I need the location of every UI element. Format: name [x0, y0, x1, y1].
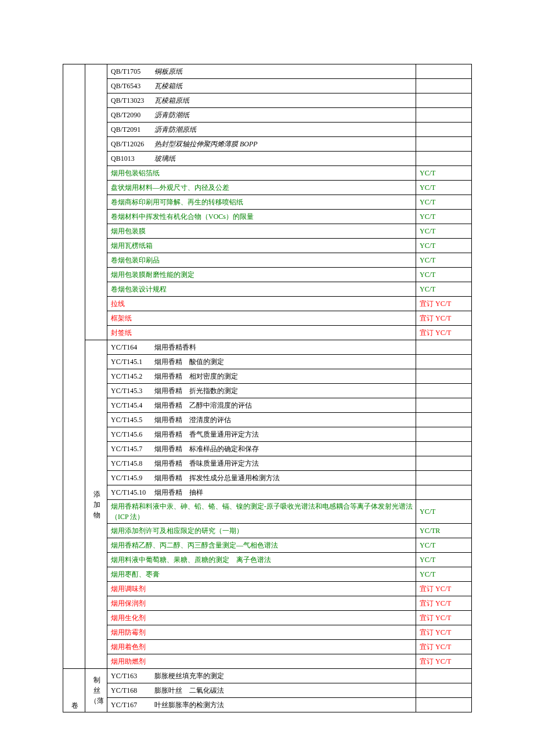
note-cell [416, 108, 472, 123]
desc-cell: QB/T2090 沥青防潮纸 [107, 108, 416, 123]
table-row: YC/T145.9 烟用香精 挥发性成分总量通用检测方法 [63, 471, 472, 485]
table-row: QB1013 玻璃纸 [63, 152, 472, 166]
desc-cell: YC/T145.5 烟用香精 澄清度的评估 [107, 413, 416, 427]
desc-cell: 烟用包装膜 [107, 224, 416, 239]
note-cell: 宜订 YC/T [416, 640, 472, 654]
note-cell [416, 369, 472, 384]
table-row: 烟用料液中葡萄糖、果糖、蔗糖的测定 离子色谱法YC/T [63, 553, 472, 567]
note-cell [416, 683, 472, 698]
table-row: 烟用包装膜耐磨性能的测定YC/T [63, 268, 472, 282]
note-cell [416, 471, 472, 485]
desc-cell: 烟用保润剂 [107, 596, 416, 611]
table-row: YC/T145.2 烟用香精 相对密度的测定 [63, 369, 472, 384]
desc-cell: 封签纸 [107, 326, 416, 340]
table-row: 烟用调味剂宜订 YC/T [63, 582, 472, 596]
note-cell: 宜订 YC/T [416, 611, 472, 625]
desc-cell: 烟用枣酊、枣膏 [107, 567, 416, 582]
desc-cell: YC/T145.3 烟用香精 折光指数的测定 [107, 384, 416, 398]
table-row: 封签纸宜订 YC/T [63, 326, 472, 340]
table-row: 烟用生化剂宜订 YC/T [63, 611, 472, 625]
desc-cell: QB/T12026 热封型双轴拉伸聚丙烯薄膜 BOPP [107, 137, 416, 152]
note-cell: YC/T [416, 500, 472, 524]
note-cell: 宜订 YC/T [416, 326, 472, 340]
note-cell [416, 427, 472, 442]
note-cell: 宜订 YC/T [416, 582, 472, 596]
table-row: 盘状烟用材料—外观尺寸、内径及公差YC/T [63, 181, 472, 195]
note-cell: YC/T [416, 553, 472, 567]
table-row: 卷烟材料中挥发性有机化合物（VOCs）的限量YC/T [63, 210, 472, 224]
note-cell: YC/T [416, 253, 472, 268]
col1-juan: 卷 [63, 669, 85, 712]
table-row: YC/T167 叶丝膨胀率的检测方法 [63, 698, 472, 712]
desc-cell: YC/T145.4 烟用香精 乙醇中溶混度的评估 [107, 398, 416, 413]
table-row: YC/T145.10 烟用香精 抽样 [63, 485, 472, 500]
desc-cell: QB/T13023 瓦棱箱原纸 [107, 93, 416, 108]
desc-cell: 烟用生化剂 [107, 611, 416, 625]
desc-cell: 卷烟材料中挥发性有机化合物（VOCs）的限量 [107, 210, 416, 224]
col2-additive: 添加物 [85, 340, 107, 669]
table-row: 框架纸宜订 YC/T [63, 311, 472, 326]
table-row: QB/T13023 瓦棱箱原纸 [63, 93, 472, 108]
note-cell: YC/T [416, 210, 472, 224]
note-cell: 宜订 YC/T [416, 596, 472, 611]
desc-cell: QB1013 玻璃纸 [107, 152, 416, 166]
col1-cell [63, 64, 85, 669]
col2-zhisi: 制丝（薄 [85, 669, 107, 712]
note-cell [416, 442, 472, 456]
desc-cell: YC/T164 烟用香精香料 [107, 340, 416, 355]
desc-cell: 卷烟商标印刷用可降解、再生的转移喷铝纸 [107, 195, 416, 210]
table-row: 烟用包装膜YC/T [63, 224, 472, 239]
page: QB/T1705 铜板原纸QB/T6543 瓦棱箱纸QB/T13023 瓦棱箱原… [0, 0, 534, 756]
table-row: 烟用香精乙醇、丙二醇、丙三醇含量测定—气相色谱法YC/T [63, 538, 472, 553]
note-cell: 宜订 YC/T [416, 311, 472, 326]
desc-cell: QB/T2091 沥青防潮原纸 [107, 123, 416, 137]
table-row: YC/T168 膨胀叶丝 二氧化碳法 [63, 683, 472, 698]
desc-cell: YC/T163 膨胀梗丝填充率的测定 [107, 669, 416, 683]
note-cell: 宜订 YC/T [416, 654, 472, 669]
note-cell: YC/T [416, 282, 472, 297]
table-row: YC/T145.8 烟用香精 香味质量通用评定方法 [63, 456, 472, 471]
desc-cell: 烟用瓦楞纸箱 [107, 239, 416, 253]
note-cell [416, 456, 472, 471]
note-cell: YC/T [416, 195, 472, 210]
note-cell [416, 137, 472, 152]
standards-table: QB/T1705 铜板原纸QB/T6543 瓦棱箱纸QB/T13023 瓦棱箱原… [63, 64, 472, 712]
note-cell [416, 698, 472, 712]
note-cell: YC/T [416, 181, 472, 195]
table-row: 拉线宜订 YC/T [63, 297, 472, 311]
note-cell: YC/TR [416, 524, 472, 538]
table-row: QB/T6543 瓦棱箱纸 [63, 79, 472, 93]
desc-cell: 烟用料液中葡萄糖、果糖、蔗糖的测定 离子色谱法 [107, 553, 416, 567]
table-row: QB/T1705 铜板原纸 [63, 64, 472, 79]
desc-cell: YC/T145.10 烟用香精 抽样 [107, 485, 416, 500]
note-cell [416, 93, 472, 108]
note-cell [416, 413, 472, 427]
table-row: 卷烟包装印刷品YC/T [63, 253, 472, 268]
note-cell [416, 123, 472, 137]
table-row: 卷制丝（薄YC/T163 膨胀梗丝填充率的测定 [63, 669, 472, 683]
note-cell [416, 384, 472, 398]
table-row: 烟用添加剂许可及相应限定的研究（一期）YC/TR [63, 524, 472, 538]
col2-cell [85, 64, 107, 340]
desc-cell: 框架纸 [107, 311, 416, 326]
table-row: 烟用防霉剂宜订 YC/T [63, 625, 472, 640]
desc-cell: QB/T1705 铜板原纸 [107, 64, 416, 79]
note-cell [416, 340, 472, 355]
note-cell: YC/T [416, 224, 472, 239]
desc-cell: 卷烟包装设计规程 [107, 282, 416, 297]
table-row: QB/T2091 沥青防潮原纸 [63, 123, 472, 137]
table-row: 烟用瓦楞纸箱YC/T [63, 239, 472, 253]
note-cell: YC/T [416, 166, 472, 181]
table-row: 烟用枣酊、枣膏YC/T [63, 567, 472, 582]
desc-cell: 拉线 [107, 297, 416, 311]
note-cell [416, 355, 472, 369]
desc-cell: 烟用香精乙醇、丙二醇、丙三醇含量测定—气相色谱法 [107, 538, 416, 553]
table-row: YC/T145.5 烟用香精 澄清度的评估 [63, 413, 472, 427]
table-row: YC/T145.6 烟用香精 香气质量通用评定方法 [63, 427, 472, 442]
table-row: 卷烟包装设计规程YC/T [63, 282, 472, 297]
desc-cell: 烟用香精和料液中汞、砷、铅、铬、镉、镍的测定-原子吸收光谱法和电感耦合等离子体发… [107, 500, 416, 524]
table-row: YC/T145.7 烟用香精 标准样品的确定和保存 [63, 442, 472, 456]
desc-cell: YC/T145.6 烟用香精 香气质量通用评定方法 [107, 427, 416, 442]
table-row: 卷烟商标印刷用可降解、再生的转移喷铝纸YC/T [63, 195, 472, 210]
table-row: 烟用包装铝箔纸YC/T [63, 166, 472, 181]
